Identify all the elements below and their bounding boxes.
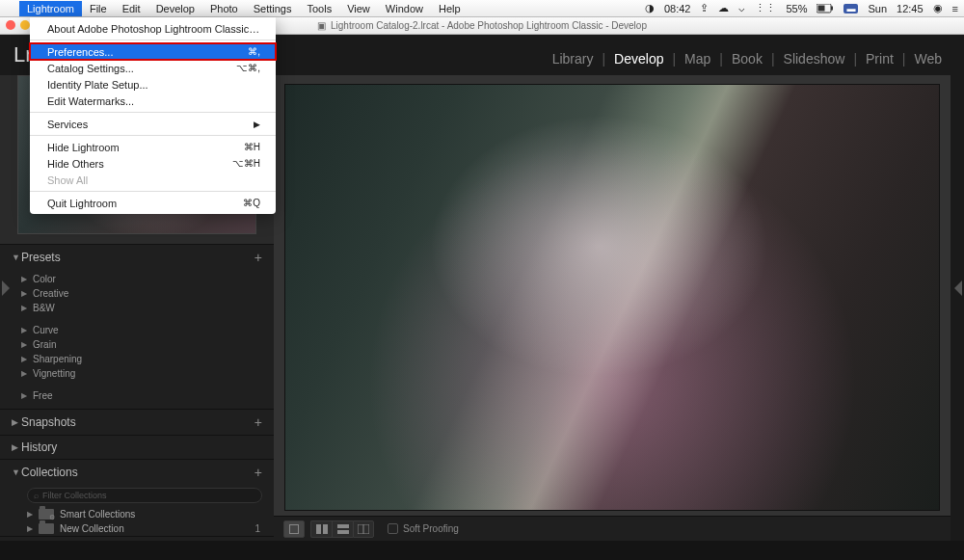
- preset-group[interactable]: ▶Free: [17, 388, 270, 403]
- snapshots-header[interactable]: ▶ Snapshots +: [0, 410, 274, 435]
- menu-quit[interactable]: Quit Lightroom⌘Q: [30, 195, 276, 211]
- module-picker: Library| Develop| Map| Book| Slideshow| …: [544, 46, 951, 71]
- doc-title: Lightroom Catalog-2.lrcat - Adobe Photos…: [331, 20, 647, 31]
- menu-edit[interactable]: Edit: [115, 1, 148, 16]
- search-icon: ⌕: [34, 491, 39, 500]
- menu-show-all: Show All: [30, 172, 276, 188]
- menu-hide-others[interactable]: Hide Others⌥⌘H: [30, 155, 276, 172]
- menu-catalog-settings[interactable]: Catalog Settings...⌥⌘,: [30, 60, 276, 76]
- flag-icon[interactable]: ▬: [844, 4, 858, 13]
- menu-services[interactable]: Services▶: [30, 116, 276, 132]
- collections-header[interactable]: ▼ Collections +: [0, 460, 274, 485]
- cloud-icon[interactable]: ☁: [718, 2, 729, 14]
- smart-collection-folder-icon: [39, 509, 54, 520]
- module-library[interactable]: Library: [544, 51, 602, 67]
- clock-left: 08:42: [664, 3, 691, 14]
- module-book[interactable]: Book: [723, 51, 771, 67]
- menu-about[interactable]: About Adobe Photoshop Lightroom Classic …: [30, 20, 276, 37]
- develop-toolbar: Soft Proofing: [274, 516, 951, 541]
- battery-percent: 55%: [786, 3, 807, 14]
- module-map[interactable]: Map: [676, 51, 719, 67]
- before-after-tb-button[interactable]: [332, 520, 353, 538]
- collection-item[interactable]: ▶ New Collection1: [0, 521, 274, 536]
- preset-group[interactable]: ▶Creative: [17, 286, 270, 301]
- collection-item[interactable]: ▶ Smart Collections: [0, 507, 274, 521]
- siri-icon[interactable]: ◉: [933, 2, 943, 14]
- disclosure-down-icon: ▼: [12, 467, 21, 477]
- svg-rect-2: [831, 6, 833, 10]
- before-after-split-button[interactable]: [353, 520, 374, 538]
- svg-rect-3: [316, 524, 321, 534]
- menu-app[interactable]: Lightroom: [19, 1, 82, 16]
- center-area: Soft Proofing: [274, 75, 951, 541]
- preset-group[interactable]: ▶Sharpening: [17, 352, 270, 366]
- svg-rect-4: [323, 524, 328, 534]
- menu-hide-app[interactable]: Hide Lightroom⌘H: [30, 139, 276, 155]
- loupe-view-button[interactable]: [283, 520, 305, 538]
- right-panel-collapsed[interactable]: [951, 75, 964, 541]
- module-web[interactable]: Web: [905, 51, 951, 67]
- notification-center-icon[interactable]: ≡: [952, 3, 958, 14]
- collections-panel: ▼ Collections + ⌕ Filter Collections ▶ S…: [0, 459, 274, 536]
- menu-file[interactable]: File: [82, 1, 115, 16]
- preset-group[interactable]: ▶Curve: [17, 323, 270, 337]
- collection-folder-icon: [39, 523, 54, 534]
- menu-identity-plate[interactable]: Identity Plate Setup...: [30, 76, 276, 93]
- module-print[interactable]: Print: [857, 51, 902, 67]
- submenu-arrow-icon: ▶: [254, 120, 260, 129]
- close-window-icon[interactable]: [6, 20, 15, 30]
- filmstrip-collapsed[interactable]: [0, 541, 964, 560]
- preset-group[interactable]: ▶Color: [17, 272, 270, 286]
- module-develop[interactable]: Develop: [605, 51, 672, 67]
- menu-view[interactable]: View: [339, 1, 378, 16]
- checkbox-icon: [388, 523, 398, 534]
- disclosure-right-icon: ▶: [12, 417, 21, 427]
- disclosure-right-icon: ▶: [12, 442, 21, 452]
- preset-group[interactable]: ▶Grain: [17, 337, 270, 352]
- add-preset-icon[interactable]: +: [254, 250, 262, 265]
- add-snapshot-icon[interactable]: +: [254, 414, 262, 430]
- add-collection-icon[interactable]: +: [254, 465, 262, 480]
- svg-rect-5: [337, 524, 349, 528]
- presets-header[interactable]: ▼ Presets +: [0, 245, 274, 270]
- svg-rect-6: [337, 530, 349, 534]
- doc-icon: ▣: [317, 20, 326, 31]
- presets-panel: ▼ Presets + ▶Color ▶Creative ▶B&W ▶Curve…: [0, 244, 274, 409]
- status-icon: ◑: [645, 2, 655, 14]
- clock-day: Sun: [868, 3, 887, 14]
- clock-right: 12:45: [897, 3, 924, 14]
- history-header[interactable]: ▶ History: [0, 436, 274, 459]
- menu-settings[interactable]: Settings: [246, 1, 300, 16]
- bluetooth-icon[interactable]: ⌵: [738, 2, 745, 14]
- dropbox-icon[interactable]: ⇪: [700, 2, 709, 14]
- menu-develop[interactable]: Develop: [148, 1, 202, 16]
- menu-photo[interactable]: Photo: [202, 1, 246, 16]
- loupe-image[interactable]: [285, 85, 939, 510]
- expand-left-arrow-icon[interactable]: [2, 280, 10, 296]
- soft-proofing-toggle[interactable]: Soft Proofing: [388, 523, 459, 534]
- battery-icon: [817, 4, 834, 13]
- expand-right-arrow-icon[interactable]: [954, 280, 962, 296]
- app-menu-dropdown: About Adobe Photoshop Lightroom Classic …: [30, 17, 276, 214]
- menu-preferences[interactable]: Preferences...⌘,: [30, 43, 276, 60]
- module-slideshow[interactable]: Slideshow: [775, 51, 854, 67]
- preset-group[interactable]: ▶Vignetting: [17, 366, 270, 381]
- menu-tools[interactable]: Tools: [299, 1, 339, 16]
- disclosure-down-icon: ▼: [12, 253, 21, 262]
- wifi-icon[interactable]: ⋮⋮: [755, 2, 776, 14]
- mac-menubar: Lightroom File Edit Develop Photo Settin…: [0, 0, 964, 17]
- menu-help[interactable]: Help: [431, 1, 469, 16]
- menubar-status-right: ◑ 08:42 ⇪ ☁ ⌵ ⋮⋮ 55% ▬ Sun 12:45 ◉ ≡: [645, 2, 958, 14]
- menu-edit-watermarks[interactable]: Edit Watermarks...: [30, 93, 276, 109]
- compare-view-group: [310, 520, 374, 538]
- minimize-window-icon[interactable]: [20, 20, 30, 30]
- preset-group[interactable]: ▶B&W: [17, 301, 270, 315]
- menu-window[interactable]: Window: [378, 1, 431, 16]
- before-after-lr-button[interactable]: [310, 520, 332, 538]
- svg-rect-1: [818, 5, 825, 11]
- filter-collections-input[interactable]: ⌕ Filter Collections: [27, 488, 262, 503]
